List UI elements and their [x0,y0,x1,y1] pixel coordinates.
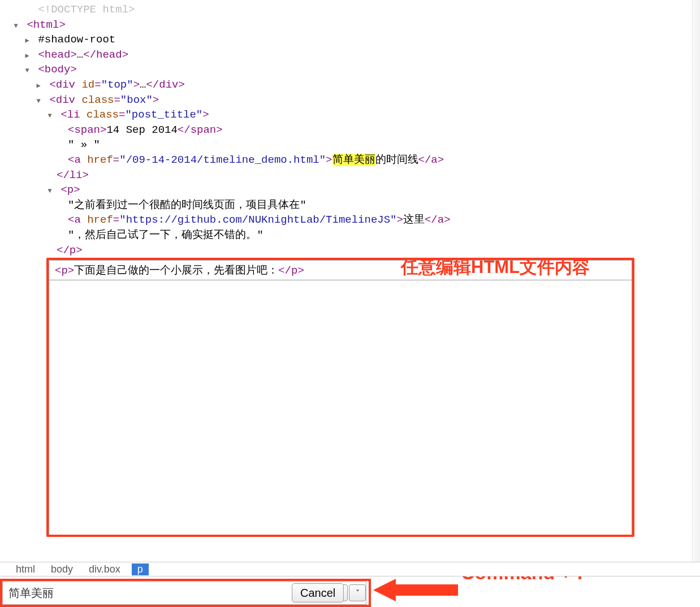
a2-line[interactable]: <a href="https://github.com/NUKnightLab/… [0,213,700,228]
tag-p-close: </p> [57,244,83,257]
search-highlight: 简单美丽 [332,154,375,166]
tag-li-close: </li> [57,169,89,181]
shadow-root-label: #shadow-root [38,33,115,46]
tag-a-close: </a> [425,214,451,226]
paragraph-text-1: "之前看到过一个很酷的时间线页面，项目具体在" [68,199,306,211]
expand-arrow[interactable] [45,107,54,123]
dom-tree[interactable]: <!DOCTYPE html> <html> #shadow-root <hea… [0,0,700,260]
head-line[interactable]: <head>…</head> [0,47,700,63]
expand-arrow[interactable] [23,62,32,77]
span-text: 14 Sep 2014 [106,124,177,136]
p-text2-line[interactable]: "，然后自己试了一下，确实挺不错的。" [0,228,700,243]
shadow-root-line[interactable]: #shadow-root [0,32,700,47]
expand-arrow[interactable] [34,93,43,108]
tag-p-close: </p> [278,265,304,277]
cancel-button[interactable]: Cancel [292,583,344,602]
annotation-edit-label: 任意编辑HTML文件内容 [401,255,590,279]
paragraph-text-2: "，然后自己试了一下，确实挺不错的。" [68,229,263,241]
link-text: 这里 [403,214,425,226]
html-open-line[interactable]: <html> [0,18,700,33]
editable-text: 下面是自己做的一个小展示，先看图片吧： [74,265,278,277]
li-open-line[interactable]: <li class="post_title"> [0,107,700,123]
div-top-line[interactable]: <div id="top">…</div> [0,77,700,93]
tag-a-close: </a> [418,154,444,166]
link-text-tail: 的时间线 [375,154,418,166]
doctype-text: <!DOCTYPE html> [38,3,135,16]
expand-arrow[interactable] [11,18,20,33]
breadcrumb[interactable]: html body div.box p [0,562,700,576]
body-open-line[interactable]: <body> [0,62,700,77]
ellipsis: … [77,49,83,61]
crumb-p-selected[interactable]: p [132,563,149,575]
ellipsis: … [140,79,146,91]
tag-head-open: <head> [38,49,76,61]
expand-arrow[interactable] [45,183,54,198]
tag-html: <html> [27,19,65,31]
a1-line[interactable]: <a href="/09-14-2014/timeline_demo.html"… [0,153,700,168]
edit-as-html-region[interactable]: <p>下面是自己做的一个小展示，先看图片吧：</p> [46,258,634,537]
p-open-line[interactable]: <p> [0,183,700,198]
tag-head-close: </head> [83,49,128,61]
editable-blank-area[interactable] [49,280,632,536]
expand-arrow[interactable] [34,77,43,93]
p-close-line[interactable]: </p> [0,243,700,258]
annotation-arrow-icon [373,576,458,604]
tag-p-open: <p> [55,265,74,277]
tag-div-close: </div> [146,79,184,91]
vertical-scrollbar[interactable] [692,0,700,563]
crumb-div-box[interactable]: div.box [84,563,125,575]
svg-marker-0 [373,579,458,601]
tag-span-open: <span> [68,124,106,136]
tag-span-close: </span> [178,124,223,136]
doctype-line[interactable]: <!DOCTYPE html> [0,2,700,18]
raquo-line[interactable]: " » " [0,137,700,153]
p-text1-line[interactable]: "之前看到过一个很酷的时间线页面，项目具体在" [0,198,700,213]
search-input[interactable] [3,583,301,603]
expand-arrow[interactable] [23,47,32,63]
div-box-line[interactable]: <div class="box"> [0,93,700,108]
crumb-body[interactable]: body [46,563,77,575]
chevron-down-icon: ˅ [356,588,360,598]
crumb-html[interactable]: html [11,563,40,575]
raquo-text: " » " [68,138,100,151]
span-line[interactable]: <span>14 Sep 2014</span> [0,123,700,138]
expand-arrow[interactable] [23,32,32,47]
devtools-elements-panel: <!DOCTYPE html> <html> #shadow-root <hea… [0,0,700,607]
tag-body: <body> [38,63,76,76]
tag-p-open: <p> [61,184,80,196]
search-next-button[interactable]: ˅ [349,584,366,601]
li-close-line[interactable]: </li> [0,168,700,183]
